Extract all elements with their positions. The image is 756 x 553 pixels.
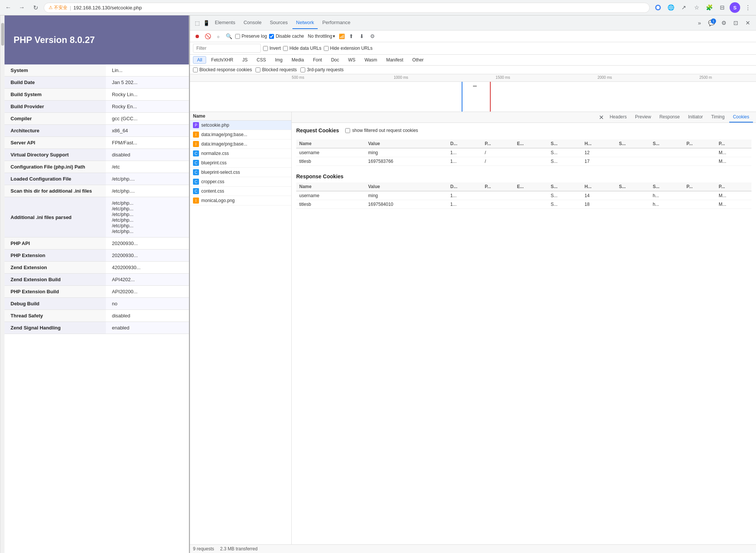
record-btn[interactable]: ⏺ bbox=[193, 32, 201, 40]
filter-type-media[interactable]: Media bbox=[288, 56, 308, 64]
disable-cache-label[interactable]: Disable cache bbox=[269, 34, 304, 39]
close-detail-btn[interactable]: ✕ bbox=[597, 112, 605, 123]
preserve-log-label[interactable]: Preserve log bbox=[235, 34, 267, 39]
tab-network[interactable]: Network bbox=[292, 17, 318, 29]
filter-type-all[interactable]: All bbox=[193, 56, 206, 64]
detail-tab-cookies[interactable]: Cookies bbox=[729, 112, 753, 123]
tab-sources[interactable]: Sources bbox=[266, 17, 292, 29]
address-bar[interactable]: ⚠ 不安全 | 192.168.126.130/setcookie.php bbox=[44, 3, 650, 13]
invert-checkbox[interactable] bbox=[263, 46, 268, 51]
blocked-response-cookies-checkbox[interactable] bbox=[193, 67, 198, 72]
scrollbar-thumb[interactable] bbox=[1, 23, 4, 46]
row-value: no bbox=[106, 298, 189, 310]
hide-extension-urls-label[interactable]: Hide extension URLs bbox=[324, 46, 373, 51]
blocked-requests-label[interactable]: Blocked requests bbox=[256, 67, 297, 72]
show-filtered-checkbox[interactable] bbox=[345, 128, 350, 133]
undock-btn[interactable]: ⊡ bbox=[730, 18, 741, 28]
security-warning: ⚠ 不安全 bbox=[49, 5, 67, 11]
no-throttling-btn[interactable]: No throttling ▾ bbox=[306, 33, 337, 40]
hide-data-urls-checkbox[interactable] bbox=[283, 46, 288, 51]
bookmark-button[interactable]: ☆ bbox=[691, 2, 702, 13]
detail-tab-timing[interactable]: Timing bbox=[707, 112, 728, 123]
tab-performance[interactable]: Performance bbox=[318, 17, 354, 29]
list-item[interactable]: Ccontent.css bbox=[190, 187, 291, 196]
list-item[interactable]: Psetcookie.php bbox=[190, 121, 291, 130]
invert-label[interactable]: Invert bbox=[263, 46, 281, 51]
forward-button[interactable]: → bbox=[17, 2, 27, 13]
filter-type-css[interactable]: CSS bbox=[253, 56, 270, 64]
cursor-inspect-btn[interactable]: ⬚ bbox=[193, 19, 201, 27]
third-party-requests-checkbox[interactable] bbox=[300, 67, 305, 72]
upload-btn[interactable]: ⬆ bbox=[347, 32, 355, 40]
filter-type-manifest[interactable]: Manifest bbox=[382, 56, 407, 64]
download-btn[interactable]: ⬇ bbox=[358, 32, 366, 40]
col-p2: P... bbox=[684, 139, 716, 148]
google-button[interactable] bbox=[653, 2, 663, 13]
preserve-log-checkbox[interactable] bbox=[235, 34, 240, 39]
clear-btn[interactable]: 🚫 bbox=[204, 32, 212, 40]
file-name: setcookie.php bbox=[201, 123, 229, 128]
show-filtered-label[interactable]: show filtered out request cookies bbox=[345, 128, 418, 133]
chat-btn[interactable]: 💬 1 bbox=[706, 18, 717, 28]
request-cookies-table: Name Value D... P... E... S... H... S...… bbox=[296, 139, 751, 166]
detail-tab-headers[interactable]: Headers bbox=[606, 112, 631, 123]
list-item[interactable]: Cnormalize.css bbox=[190, 149, 291, 158]
cookie-cell bbox=[684, 200, 716, 209]
png-icon: I bbox=[193, 132, 199, 138]
close-devtools-btn[interactable]: ✕ bbox=[742, 18, 753, 28]
filter-type-ws[interactable]: WS bbox=[344, 56, 360, 64]
cookie-cell bbox=[482, 191, 514, 200]
blocked-requests-checkbox[interactable] bbox=[256, 67, 260, 72]
cookie-cell bbox=[650, 148, 684, 157]
translate-button[interactable]: 🌐 bbox=[666, 2, 676, 13]
device-toggle-btn[interactable]: 📱 bbox=[202, 19, 210, 27]
third-party-requests-label[interactable]: 3rd-party requests bbox=[300, 67, 343, 72]
list-item[interactable]: Cblueprint.css bbox=[190, 158, 291, 168]
detail-tab-preview[interactable]: Preview bbox=[631, 112, 655, 123]
devtools-panel: ⬚ 📱 Elements Console Sources Network Per… bbox=[189, 15, 756, 553]
detail-tabs: ✕ Headers Preview Response Initiator Tim… bbox=[292, 112, 756, 123]
table-row: usernameming1.../S...12M... bbox=[296, 148, 751, 157]
col-s3: S... bbox=[650, 139, 684, 148]
list-item[interactable]: ImonicaLogo.png bbox=[190, 196, 291, 205]
list-item[interactable]: Cblueprint-select.css bbox=[190, 168, 291, 177]
split-view-button[interactable]: ⊟ bbox=[717, 2, 727, 13]
tab-console[interactable]: Console bbox=[240, 17, 265, 29]
extension-button[interactable]: 🧩 bbox=[704, 2, 715, 13]
timeline-ruler: 500 ms1000 ms1500 ms2000 ms2500 m bbox=[190, 74, 756, 82]
search-btn[interactable]: 🔍 bbox=[225, 32, 233, 40]
filter-type-img[interactable]: Img bbox=[271, 56, 287, 64]
filter-type-wasm[interactable]: Wasm bbox=[360, 56, 381, 64]
vertical-scrollbar[interactable] bbox=[0, 15, 5, 553]
list-item[interactable]: Ccropper.css bbox=[190, 177, 291, 187]
detail-tab-initiator[interactable]: Initiator bbox=[684, 112, 707, 123]
list-item[interactable]: Idata:image/png;base... bbox=[190, 139, 291, 149]
refresh-button[interactable]: ↻ bbox=[30, 2, 41, 13]
filter-type-doc[interactable]: Doc bbox=[327, 56, 343, 64]
share-button[interactable]: ↗ bbox=[678, 2, 689, 13]
tab-elements[interactable]: Elements bbox=[211, 17, 239, 29]
filter-type-js[interactable]: JS bbox=[238, 56, 252, 64]
resp-col-s3: S... bbox=[650, 182, 684, 191]
detail-tab-response[interactable]: Response bbox=[656, 112, 684, 123]
hide-extension-urls-checkbox[interactable] bbox=[324, 46, 329, 51]
settings-btn[interactable]: ⚙ bbox=[718, 18, 729, 28]
filter-type-other[interactable]: Other bbox=[408, 56, 428, 64]
table-row: Compilergcc (GCC... bbox=[5, 113, 189, 125]
filter-type-fetch/xhr[interactable]: Fetch/XHR bbox=[207, 56, 237, 64]
more-menu-button[interactable]: ⋮ bbox=[742, 2, 753, 13]
more-tabs-btn[interactable]: » bbox=[694, 18, 705, 28]
filter-type-font[interactable]: Font bbox=[309, 56, 326, 64]
chat-badge: 1 bbox=[711, 18, 716, 24]
avatar[interactable]: S bbox=[730, 2, 740, 13]
back-button[interactable]: ← bbox=[3, 2, 14, 13]
blocked-response-cookies-label[interactable]: Blocked response cookies bbox=[193, 67, 252, 72]
filter-input[interactable] bbox=[193, 44, 261, 53]
table-row: PHP Extension BuildAPI20200... bbox=[5, 286, 189, 298]
hide-data-urls-label[interactable]: Hide data URLs bbox=[283, 46, 321, 51]
list-item[interactable]: Idata:image/png;base... bbox=[190, 130, 291, 139]
png-icon: I bbox=[193, 198, 199, 204]
disable-cache-checkbox[interactable] bbox=[269, 34, 274, 39]
network-settings-btn[interactable]: ⚙ bbox=[368, 32, 376, 40]
filter-icon-btn[interactable]: ⬦ bbox=[214, 32, 222, 40]
